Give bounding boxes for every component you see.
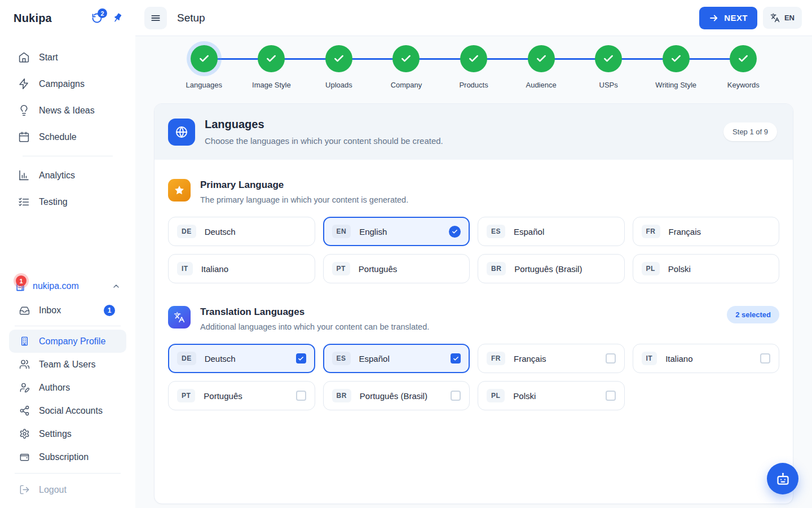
step-check-circle: [191, 45, 218, 72]
workspace-selector[interactable]: 1 nukipa.com: [0, 274, 135, 299]
home-icon: [18, 51, 30, 63]
sidebar-item-team-users[interactable]: Team & Users: [9, 353, 126, 376]
language-label: Español: [514, 227, 544, 237]
sidebar-item-label: Subscription: [39, 452, 117, 462]
sidebar-item-logout[interactable]: Logout: [9, 478, 126, 501]
gear-icon: [19, 428, 30, 439]
arrow-right-icon: [709, 13, 719, 23]
checkbox-unchecked[interactable]: [606, 391, 616, 401]
step-label: Keywords: [727, 81, 760, 89]
page-title: Setup: [177, 12, 205, 24]
sync-icon[interactable]: 2: [91, 12, 103, 24]
primary-option-fr[interactable]: FR Français: [633, 217, 780, 246]
step-products[interactable]: Products: [440, 45, 508, 89]
main-content: Languages Image Style Uploads Company Pr…: [135, 36, 812, 508]
sidebar-item-social-accounts[interactable]: Social Accounts: [9, 399, 126, 422]
language-label: Português: [204, 391, 242, 401]
checkbox-unchecked[interactable]: [296, 391, 306, 401]
card-subtitle: Choose the languages in which your conte…: [205, 136, 443, 146]
sidebar-item-analytics[interactable]: Analytics: [9, 162, 126, 189]
language-code-badge: BR: [487, 262, 506, 275]
translation-option-it[interactable]: IT Italiano: [633, 344, 780, 373]
step-check-circle: [392, 45, 420, 72]
language-code-badge: PT: [332, 262, 350, 275]
step-check-circle: [460, 45, 487, 72]
step-uploads[interactable]: Uploads: [305, 45, 373, 89]
robot-icon: [775, 471, 791, 487]
check-icon: [603, 53, 614, 64]
step-keywords[interactable]: Keywords: [710, 45, 778, 89]
translation-option-es[interactable]: ES Español: [323, 344, 470, 373]
sidebar-item-campaigns[interactable]: Campaigns: [9, 71, 126, 97]
step-writing-style[interactable]: Writing Style: [642, 45, 710, 89]
language-code-badge: IT: [177, 262, 193, 275]
sidebar-item-authors[interactable]: Authors: [9, 376, 126, 399]
app-logo: Nukipa: [14, 12, 52, 25]
primary-option-en[interactable]: EN English: [323, 217, 470, 246]
check-icon: [333, 53, 345, 64]
users-icon: [19, 359, 30, 370]
pin-icon[interactable]: [109, 10, 125, 26]
star-icon: [168, 179, 191, 202]
translation-option-de[interactable]: DE Deutsch: [168, 344, 315, 373]
primary-option-pl[interactable]: PL Polski: [633, 254, 780, 283]
primary-option-it[interactable]: IT Italiano: [168, 254, 315, 283]
sidebar-item-inbox[interactable]: Inbox 1: [9, 299, 126, 322]
check-icon: [468, 53, 479, 64]
step-languages[interactable]: Languages: [170, 45, 238, 89]
sidebar-item-subscription[interactable]: Subscription: [9, 445, 126, 468]
step-check-circle: [595, 45, 622, 72]
step-image-style[interactable]: Image Style: [238, 45, 306, 89]
language-switcher-button[interactable]: EN: [763, 7, 802, 29]
primary-option-de[interactable]: DE Deutsch: [168, 217, 315, 246]
sidebar-item-schedule[interactable]: Schedule: [9, 124, 126, 150]
step-label: Products: [459, 81, 488, 89]
user-pen-icon: [19, 382, 30, 393]
step-check-circle: [663, 45, 690, 72]
language-label: Deutsch: [205, 354, 236, 364]
globe-icon: [168, 119, 195, 146]
primary-option-br[interactable]: BR Português (Brasil): [478, 254, 625, 283]
calendar-icon: [18, 131, 30, 143]
sidebar-item-label: Start: [39, 52, 58, 63]
step-audience[interactable]: Audience: [508, 45, 575, 89]
translation-languages-title: Translation Languages: [200, 306, 429, 318]
translation-option-pl[interactable]: PL Polski: [478, 381, 625, 410]
language-code-badge: PL: [487, 389, 505, 402]
next-button[interactable]: NEXT: [699, 7, 757, 29]
language-code-badge: FR: [487, 352, 505, 365]
translation-option-pt[interactable]: PT Português: [168, 381, 315, 410]
checkbox-unchecked[interactable]: [451, 391, 461, 401]
lightning-icon: [18, 78, 30, 90]
primary-option-es[interactable]: ES Español: [478, 217, 625, 246]
step-label: USPs: [599, 81, 618, 89]
primary-option-pt[interactable]: PT Português: [323, 254, 470, 283]
primary-language-title: Primary Language: [200, 179, 408, 191]
step-usps[interactable]: USPs: [575, 45, 642, 89]
setup-stepper: Languages Image Style Uploads Company Pr…: [170, 45, 777, 89]
sidebar-item-label: Company Profile: [39, 336, 117, 347]
checkbox-unchecked[interactable]: [760, 353, 770, 364]
sidebar-item-start[interactable]: Start: [9, 44, 126, 71]
translation-option-br[interactable]: BR Português (Brasil): [323, 381, 470, 410]
step-progress-badge: Step 1 of 9: [723, 122, 777, 141]
translation-languages-section-header: Translation Languages Additional languag…: [168, 306, 779, 331]
sidebar-item-news-ideas[interactable]: News & Ideas: [9, 97, 126, 124]
sidebar-item-settings[interactable]: Settings: [9, 422, 126, 445]
checkbox-checked[interactable]: [451, 353, 461, 364]
step-label: Uploads: [325, 81, 352, 89]
sidebar-item-company-profile[interactable]: Company Profile: [9, 330, 126, 353]
assistant-fab-button[interactable]: [767, 463, 798, 494]
translation-language-grid: DE Deutsch ES Español FR Français IT Ita…: [168, 344, 779, 410]
sync-count-badge: 2: [98, 8, 107, 18]
checkbox-checked[interactable]: [296, 353, 306, 364]
translate-icon: [168, 306, 191, 329]
menu-button[interactable]: [144, 7, 167, 29]
sidebar-item-testing[interactable]: Testing: [9, 189, 126, 215]
sidebar-item-label: Schedule: [39, 132, 77, 142]
checkbox-unchecked[interactable]: [606, 353, 616, 364]
translation-option-fr[interactable]: FR Français: [478, 344, 625, 373]
step-company[interactable]: Company: [373, 45, 440, 89]
language-switcher-label: EN: [784, 14, 795, 22]
check-icon: [670, 53, 682, 64]
